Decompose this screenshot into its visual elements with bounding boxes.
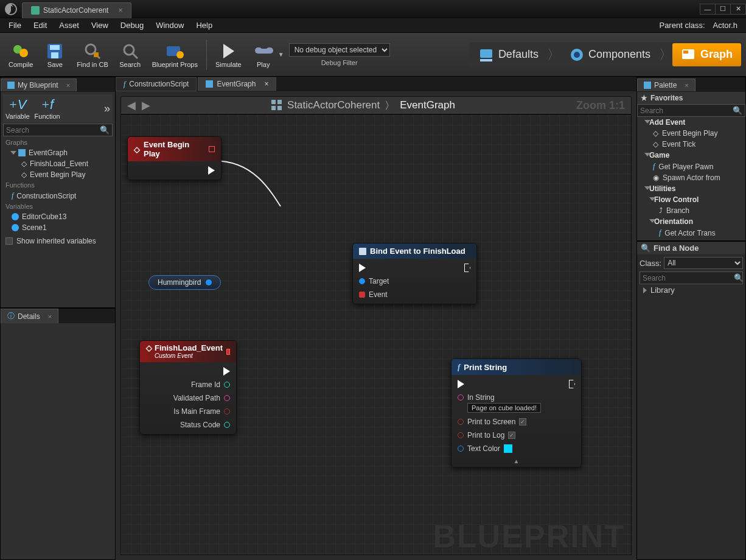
parent-class-value[interactable]: Actor.h: [713, 21, 737, 30]
instring-value[interactable]: Page on cube loaded!: [467, 403, 541, 413]
palette-search[interactable]: 🔍: [637, 104, 745, 117]
find-node-header[interactable]: 🔍Find a Node: [637, 242, 745, 254]
find-button[interactable]: Find in CB: [72, 36, 113, 74]
tree-item-var1[interactable]: EditorCube13: [3, 211, 113, 222]
printlog-pin[interactable]: Print to Log✓: [458, 431, 541, 439]
textcolor-pin[interactable]: Text Color: [458, 444, 541, 453]
tree-item-var2[interactable]: Scene1: [3, 222, 113, 233]
document-tab-close-icon[interactable]: ×: [118, 6, 122, 15]
palette-tab[interactable]: Palette×: [637, 79, 695, 91]
ismainframe-pin[interactable]: Is Main Frame: [173, 407, 230, 416]
mode-defaults[interactable]: Defaults: [470, 43, 547, 66]
close-icon[interactable]: ×: [48, 313, 52, 320]
minimize-button[interactable]: —: [700, 4, 716, 15]
instring-pin[interactable]: In String Page on cube loaded!: [458, 393, 541, 413]
graph-breadcrumb[interactable]: StaticActorCoherent 〉 EventGraph: [271, 99, 455, 113]
item-event-tick[interactable]: ◇ Event Tick: [637, 139, 745, 150]
close-button[interactable]: ✕: [730, 4, 746, 15]
validatedpath-pin[interactable]: Validated Path: [173, 394, 230, 402]
item-event-begin-play[interactable]: ◇ Event Begin Play: [637, 128, 745, 139]
play-button[interactable]: Play: [248, 36, 279, 74]
item-library[interactable]: Library: [637, 284, 745, 296]
node-header[interactable]: f Print String: [451, 359, 581, 375]
tab-constructionscript[interactable]: fConstructionScript: [116, 77, 197, 91]
debug-filter-select[interactable]: No debug object selected: [289, 43, 390, 57]
add-function-button[interactable]: +fFunction: [35, 97, 60, 120]
props-button[interactable]: Blueprint Props: [147, 36, 203, 74]
class-select[interactable]: All: [664, 257, 743, 269]
nav-forward-icon[interactable]: ▶: [142, 99, 150, 112]
tree-item-eventgraph[interactable]: EventGraph: [3, 147, 113, 158]
blueprint-search-input[interactable]: [6, 126, 100, 135]
details-tab[interactable]: ⓘ Details ×: [1, 309, 58, 323]
item-get-actor-transform[interactable]: f Get Actor Trans: [637, 227, 745, 239]
palette-search-input[interactable]: [640, 107, 733, 115]
node-variable-hummingbird[interactable]: Hummingbird: [148, 275, 221, 290]
node-header[interactable]: Bind Event to FinishLoad: [353, 243, 476, 259]
cat-add-event[interactable]: Add Event: [637, 117, 745, 128]
menu-edit[interactable]: Edit: [27, 19, 53, 32]
menu-file[interactable]: File: [2, 19, 27, 32]
tree-item-beginplay[interactable]: ◇ Event Begin Play: [3, 169, 113, 180]
find-node-search[interactable]: 🔍: [640, 271, 743, 284]
tree-item-construction[interactable]: f ConstructionScript: [3, 190, 113, 201]
menu-window[interactable]: Window: [150, 19, 190, 32]
delegate-pin-icon[interactable]: [209, 146, 215, 152]
checkbox-icon[interactable]: [5, 237, 13, 245]
printscreen-pin[interactable]: Print to Screen✓: [458, 418, 541, 426]
item-get-player-pawn[interactable]: f Get Player Pawn: [637, 161, 745, 172]
save-button[interactable]: Save: [39, 36, 71, 74]
mode-graph[interactable]: Graph: [672, 43, 741, 66]
collapse-icon[interactable]: ▲: [451, 458, 581, 467]
item-branch[interactable]: ⤴ Branch: [637, 205, 745, 216]
node-event-begin-play[interactable]: ◇ Event Begin Play: [127, 136, 221, 180]
delegate-pin-icon[interactable]: [226, 349, 230, 355]
node-header[interactable]: ◇ Event Begin Play: [128, 137, 221, 161]
node-print-string[interactable]: f Print String In String Page on cube lo…: [451, 359, 582, 467]
exec-out-pin[interactable]: [464, 264, 470, 272]
maximize-button[interactable]: ☐: [715, 4, 731, 15]
play-dropdown-icon[interactable]: ▼: [278, 51, 284, 58]
node-header[interactable]: ◇ FinishLoad_Event Custom Event: [140, 341, 236, 362]
document-tab[interactable]: StaticActorCoherent ×: [22, 2, 131, 18]
nav-back-icon[interactable]: ◀: [127, 99, 136, 112]
frameid-pin[interactable]: Frame Id: [191, 380, 230, 389]
checkbox-icon[interactable]: ✓: [519, 418, 526, 425]
cat-orientation[interactable]: Orientation: [637, 216, 745, 227]
add-variable-button[interactable]: +VVariable: [5, 97, 30, 120]
my-blueprint-tab[interactable]: My Blueprint ×: [1, 79, 77, 91]
favorites-header[interactable]: ★Favorites: [637, 92, 745, 104]
breadcrumb-parent[interactable]: StaticActorCoherent: [287, 99, 380, 111]
tree-item-finishload[interactable]: ◇ FinishLoad_Event: [3, 158, 113, 169]
menu-asset[interactable]: Asset: [53, 19, 85, 32]
cat-utilities[interactable]: Utilities: [637, 183, 745, 194]
cat-flow-control[interactable]: Flow Control: [637, 194, 745, 205]
exec-out-pin[interactable]: [223, 367, 230, 376]
blueprint-search[interactable]: 🔍: [3, 124, 113, 136]
item-destroy-actor[interactable]: f Destroy Actor: [637, 239, 745, 240]
compile-button[interactable]: Compile: [4, 36, 38, 74]
node-bind-event[interactable]: Bind Event to FinishLoad Target Event: [352, 243, 477, 304]
item-spawn-actor[interactable]: ◉ Spawn Actor from: [637, 172, 745, 183]
checkbox-icon[interactable]: ✓: [508, 432, 515, 439]
expand-icon[interactable]: »: [104, 102, 110, 115]
close-icon[interactable]: ×: [685, 82, 688, 89]
tab-eventgraph[interactable]: EventGraph×: [198, 77, 276, 91]
event-pin[interactable]: Event: [359, 290, 389, 299]
simulate-button[interactable]: Simulate: [211, 36, 246, 74]
search-button[interactable]: Search: [114, 36, 146, 74]
exec-out-pin[interactable]: [208, 166, 215, 175]
cat-game[interactable]: Game: [637, 150, 745, 161]
close-icon[interactable]: ×: [66, 82, 70, 89]
color-swatch[interactable]: [504, 444, 512, 453]
object-out-pin[interactable]: [206, 279, 212, 285]
menu-debug[interactable]: Debug: [114, 19, 150, 32]
close-icon[interactable]: ×: [264, 80, 268, 88]
exec-out-pin[interactable]: [569, 380, 575, 388]
show-inherited-toggle[interactable]: Show inherited variables: [3, 233, 113, 249]
breadcrumb-child[interactable]: EventGraph: [400, 99, 455, 111]
exec-in-pin[interactable]: [458, 380, 541, 388]
node-finishload-event[interactable]: ◇ FinishLoad_Event Custom Event Frame Id…: [139, 340, 237, 435]
statuscode-pin[interactable]: Status Code: [180, 421, 230, 429]
menu-help[interactable]: Help: [190, 19, 218, 32]
